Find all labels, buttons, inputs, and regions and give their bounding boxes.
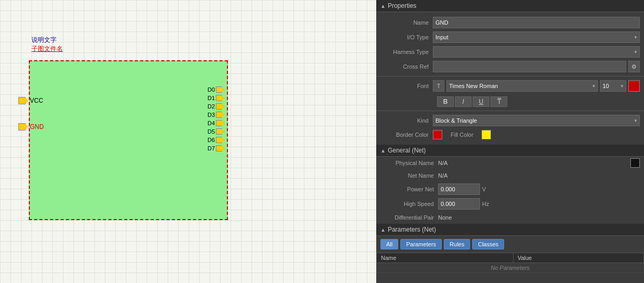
cross-ref-label: Cross Ref xyxy=(380,63,433,70)
io-type-select-wrapper: Input Output Bidirectional Passive xyxy=(433,31,640,43)
properties-panel: ▲ Properties Name I/O Type Input Output … xyxy=(376,0,644,283)
general-net-content: Physical Name N/A Net Name N/A Power Net… xyxy=(376,157,644,224)
power-net-label: Power Net xyxy=(380,186,438,192)
port-vcc: VCC xyxy=(18,97,43,104)
no-params-text: No Parameters xyxy=(377,263,644,273)
harness-type-value-container xyxy=(433,46,640,58)
params-rules-button[interactable]: Rules xyxy=(444,239,470,249)
strikethrough-button[interactable]: T̅ xyxy=(490,96,507,107)
name-row: Name xyxy=(376,15,644,30)
params-parameters-button[interactable]: Parameters xyxy=(400,239,442,249)
physical-name-color-swatch[interactable] xyxy=(630,158,640,168)
underline-button[interactable]: U xyxy=(473,96,489,107)
diff-pair-row: Differential Pair None xyxy=(376,211,644,224)
harness-type-select[interactable] xyxy=(433,46,640,58)
params-all-button[interactable]: All xyxy=(380,239,398,249)
net-name-value: N/A xyxy=(438,172,447,179)
high-speed-label: High Speed xyxy=(380,201,438,207)
port-vcc-label: VCC xyxy=(30,97,43,104)
schematic-canvas: 说明文字 子图文件名 VCC GND D0 D1 D2 D3 D4 xyxy=(0,0,376,283)
cross-ref-row: Cross Ref ⚙ xyxy=(376,59,644,74)
parameters-net-content: All Parameters Rules Classes Name Value … xyxy=(376,236,644,273)
params-table-header-row: Name Value xyxy=(377,253,644,263)
physical-name-value: N/A xyxy=(438,160,447,166)
power-net-input[interactable] xyxy=(438,183,480,195)
font-label: Font xyxy=(380,83,433,89)
general-net-section-title: General (Net) xyxy=(388,147,426,154)
kind-value-container: Block & Triangle Block Triangle Small Bl… xyxy=(433,115,640,126)
high-speed-input-row: Hz xyxy=(438,198,489,210)
params-col-name: Name xyxy=(377,253,514,263)
border-color-swatch[interactable] xyxy=(433,130,442,139)
name-input[interactable] xyxy=(433,17,640,28)
general-net-arrow-icon: ▲ xyxy=(380,148,386,154)
pin-d6: D6 xyxy=(203,137,224,143)
kind-select[interactable]: Block & Triangle Block Triangle Small Bl… xyxy=(433,115,640,126)
diff-pair-label: Differential Pair xyxy=(380,214,438,221)
bold-button[interactable]: B xyxy=(437,96,454,107)
io-type-value-container: Input Output Bidirectional Passive xyxy=(433,31,640,43)
font-select-wrapper: Times New Roman xyxy=(446,80,598,92)
cross-ref-input[interactable] xyxy=(433,61,626,72)
no-params-row: No Parameters xyxy=(377,263,644,273)
subsheet-label: 子图文件名 xyxy=(31,45,63,53)
kind-select-wrapper: Block & Triangle Block Triangle Small Bl… xyxy=(433,115,640,126)
high-speed-unit: Hz xyxy=(482,201,489,207)
fill-color-swatch[interactable] xyxy=(482,130,491,139)
main-schematic-block xyxy=(29,60,228,220)
io-type-label: I/O Type xyxy=(380,34,433,40)
color-swatches: Fill Color xyxy=(433,130,640,139)
pin-d2: D2 xyxy=(203,103,224,110)
pin-d7: D7 xyxy=(203,145,224,151)
font-size-select[interactable]: 10 8 12 14 xyxy=(600,80,626,92)
cross-ref-value-container: ⚙ xyxy=(433,61,640,72)
parameters-net-section-title: Parameters (Net) xyxy=(388,226,436,233)
divider-2 xyxy=(376,111,644,111)
font-tt-icon: T xyxy=(433,80,444,92)
kind-row: Kind Block & Triangle Block Triangle Sma… xyxy=(376,113,644,128)
port-gnd-symbol xyxy=(18,123,28,130)
font-name-select[interactable]: Times New Roman xyxy=(446,80,598,92)
port-gnd-label: GND xyxy=(30,123,44,130)
physical-name-row: Physical Name N/A xyxy=(376,157,644,169)
description-label: 说明文字 xyxy=(31,36,63,45)
font-color-swatch[interactable] xyxy=(628,80,640,92)
properties-grid: Name I/O Type Input Output Bidirectional… xyxy=(376,12,644,145)
font-row: Font T Times New Roman 10 8 12 1 xyxy=(376,79,644,93)
properties-section-header: ▲ Properties xyxy=(376,0,644,12)
name-value-container xyxy=(433,17,640,28)
params-filter-buttons: All Parameters Rules Classes xyxy=(376,236,644,253)
kind-label: Kind xyxy=(380,117,433,124)
harness-type-select-wrapper xyxy=(433,46,640,58)
io-type-row: I/O Type Input Output Bidirectional Pass… xyxy=(376,30,644,45)
pin-d4: D4 xyxy=(203,120,224,126)
power-net-row: Power Net V xyxy=(376,182,644,197)
name-label: Name xyxy=(380,19,433,26)
cross-ref-input-row: ⚙ xyxy=(433,61,640,72)
pin-d0: D0 xyxy=(203,86,224,93)
params-table: Name Value No Parameters xyxy=(376,253,644,273)
high-speed-row: High Speed Hz xyxy=(376,197,644,211)
properties-arrow-icon: ▲ xyxy=(380,3,386,9)
font-value-container: T Times New Roman 10 8 12 14 xyxy=(433,80,640,92)
port-vcc-symbol xyxy=(18,97,28,104)
border-color-label: Border Color xyxy=(380,132,433,138)
params-classes-button[interactable]: Classes xyxy=(472,239,504,249)
font-size-wrapper: 10 8 12 14 xyxy=(600,80,626,92)
io-type-select[interactable]: Input Output Bidirectional Passive xyxy=(433,31,640,43)
font-controls: T Times New Roman 10 8 12 14 xyxy=(433,80,640,92)
physical-name-label: Physical Name xyxy=(380,160,438,166)
divider-1 xyxy=(376,76,644,77)
cross-ref-settings-button[interactable]: ⚙ xyxy=(628,61,640,72)
parameters-net-arrow-icon: ▲ xyxy=(380,227,386,233)
italic-button[interactable]: I xyxy=(455,96,472,107)
high-speed-input[interactable] xyxy=(438,198,480,210)
power-net-unit: V xyxy=(482,186,486,192)
right-pins-group: D0 D1 D2 D3 D4 D5 D6 D7 xyxy=(203,86,224,154)
color-swatches-container: Fill Color xyxy=(433,130,640,139)
color-row: Border Color Fill Color xyxy=(376,128,644,142)
parameters-net-section-header: ▲ Parameters (Net) xyxy=(376,224,644,236)
properties-section-title: Properties xyxy=(388,2,417,9)
harness-type-label: Harness Type xyxy=(380,49,433,55)
style-buttons-row: B I U T̅ xyxy=(433,95,644,108)
